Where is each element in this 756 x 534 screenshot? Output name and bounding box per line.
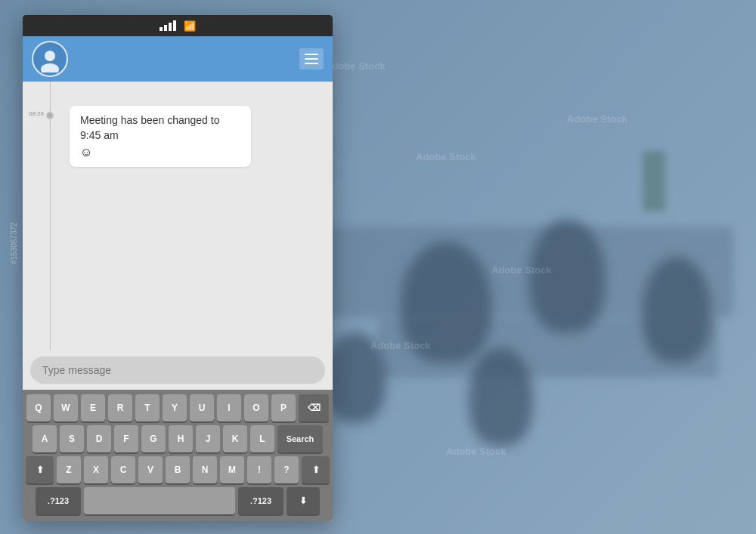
key-v[interactable]: V <box>138 456 163 483</box>
key-h[interactable]: H <box>169 425 193 452</box>
key-x[interactable]: X <box>84 456 108 483</box>
space-key[interactable] <box>84 487 235 514</box>
svg-point-1 <box>45 51 55 61</box>
keyboard-row-2: A S D F G H J K L Search <box>26 425 330 452</box>
key-l[interactable]: L <box>250 425 274 452</box>
backspace-key[interactable]: ⌫ <box>299 394 329 421</box>
left-shift-key[interactable]: ⬆ <box>26 456 54 483</box>
timeline-dot <box>46 112 54 119</box>
keyboard-row-1: Q W E R T Y U I O P ⌫ <box>26 394 330 421</box>
time-label: 08:26 <box>29 110 44 117</box>
key-g[interactable]: G <box>141 425 166 452</box>
key-z[interactable]: Z <box>57 456 81 483</box>
key-o[interactable]: O <box>244 394 268 421</box>
key-s[interactable]: S <box>60 425 84 452</box>
key-k[interactable]: K <box>223 425 247 452</box>
signal-bars-icon <box>160 20 176 31</box>
menu-line-3 <box>305 63 318 64</box>
number-switch-left[interactable]: .?123 <box>36 487 81 514</box>
message-emoji: ☺ <box>80 146 240 159</box>
key-d[interactable]: D <box>87 425 111 452</box>
key-r[interactable]: R <box>108 394 132 421</box>
timeline-line <box>50 82 51 350</box>
menu-button[interactable] <box>299 48 324 69</box>
key-a[interactable]: A <box>33 425 57 452</box>
avatar <box>32 41 68 77</box>
keyboard-row-3: ⬆ Z X C V B N M ! ? ⬆ <box>26 456 330 483</box>
keyboard-row-4: .?123 .?123 ⬇ <box>26 487 330 514</box>
key-w[interactable]: W <box>54 394 78 421</box>
key-f[interactable]: F <box>114 425 138 452</box>
key-m[interactable]: M <box>220 456 244 483</box>
message-input-container <box>23 350 333 390</box>
key-t[interactable]: T <box>135 394 160 421</box>
key-b[interactable]: B <box>166 456 190 483</box>
message-input[interactable] <box>30 357 325 384</box>
number-switch-right[interactable]: .?123 <box>238 487 284 514</box>
right-shift-key[interactable]: ⬆ <box>302 456 330 483</box>
key-i[interactable]: I <box>217 394 241 421</box>
key-question[interactable]: ? <box>274 456 299 483</box>
key-u[interactable]: U <box>190 394 214 421</box>
key-exclaim[interactable]: ! <box>247 456 271 483</box>
wifi-icon: 📶 <box>184 20 196 32</box>
app-header <box>23 36 333 82</box>
chat-area: 08:26 Meeting has been changed to 9:45 a… <box>23 82 333 350</box>
menu-line-2 <box>305 58 318 60</box>
keyboard: Q W E R T Y U I O P ⌫ A S D F G H J K L … <box>23 390 333 521</box>
key-c[interactable]: C <box>111 456 135 483</box>
key-j[interactable]: J <box>196 425 220 452</box>
keyboard-down-key[interactable]: ⬇ <box>287 487 320 514</box>
key-p[interactable]: P <box>271 394 296 421</box>
menu-line-1 <box>305 54 318 55</box>
message-text: Meeting has been changed to 9:45 am <box>80 113 240 143</box>
status-bar: 📶 <box>23 15 333 36</box>
phone-container: 📶 08:26 Meeting has been changed to 9:45… <box>23 15 333 521</box>
key-e[interactable]: E <box>81 394 105 421</box>
key-n[interactable]: N <box>193 456 217 483</box>
key-q[interactable]: Q <box>26 394 51 421</box>
key-y[interactable]: Y <box>163 394 187 421</box>
search-key[interactable]: Search <box>277 425 323 452</box>
stock-id: #153067372 <box>10 222 18 264</box>
message-bubble: Meeting has been changed to 9:45 am ☺ <box>70 106 251 167</box>
